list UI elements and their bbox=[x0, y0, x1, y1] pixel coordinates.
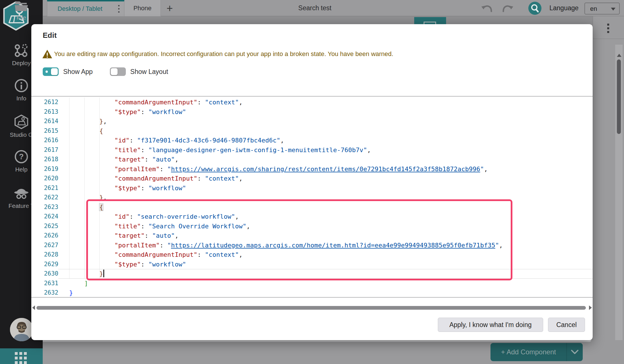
toggles-row: Show App Show Layout bbox=[43, 67, 168, 76]
cancel-button[interactable]: Cancel bbox=[548, 318, 585, 332]
avatar-photo bbox=[10, 318, 33, 341]
line-number: 2628 bbox=[31, 250, 58, 260]
add-layout-button[interactable]: + bbox=[164, 1, 175, 15]
line-number: 2618 bbox=[31, 155, 58, 164]
tab-options-kebab-icon[interactable] bbox=[118, 5, 120, 13]
line-number: 2615 bbox=[31, 126, 58, 136]
code-text[interactable]: "target": "auto", bbox=[58, 155, 593, 164]
code-text[interactable]: "title": "language-designer-gen-iwtm-con… bbox=[58, 145, 593, 155]
app-root: Desktop / Tablet Phone + Search test Lan… bbox=[0, 0, 624, 364]
chevron-down-icon bbox=[611, 8, 615, 11]
code-line[interactable]: 2626 "target": "auto", bbox=[31, 231, 593, 241]
vertical-scrollbar-thumb[interactable] bbox=[617, 59, 621, 134]
tab-desktop-tablet[interactable]: Desktop / Tablet bbox=[47, 0, 124, 16]
app-title: Search test bbox=[298, 4, 331, 12]
code-line[interactable]: 2631 ] bbox=[31, 279, 593, 288]
code-text[interactable]: }, bbox=[58, 193, 593, 202]
code-text[interactable]: { bbox=[58, 202, 593, 212]
search-icon bbox=[528, 2, 541, 15]
undo-icon[interactable] bbox=[481, 5, 492, 13]
code-text[interactable]: "$type": "workflow" bbox=[58, 260, 593, 269]
code-line[interactable]: 2616 "id": "f317e901-4dc3-43c6-9d46-9807… bbox=[31, 136, 593, 145]
code-line[interactable]: 2621 "$type": "workflow" bbox=[31, 183, 593, 193]
line-number: 2616 bbox=[31, 136, 58, 145]
show-layout-label: Show Layout bbox=[130, 68, 168, 76]
code-text[interactable]: "$type": "workflow" bbox=[58, 183, 593, 193]
code-text[interactable]: "commandArgumentInput": "context", bbox=[58, 250, 593, 260]
redo-icon[interactable] bbox=[502, 5, 514, 13]
code-text[interactable]: } bbox=[58, 288, 593, 298]
tab-phone[interactable]: Phone bbox=[124, 0, 161, 16]
code-line[interactable]: 2625 "title": "Search Override Workflow"… bbox=[31, 222, 593, 231]
app-grid-icon[interactable] bbox=[15, 352, 27, 364]
code-line[interactable]: 2632} bbox=[31, 288, 593, 298]
code-text[interactable]: }, bbox=[58, 117, 593, 126]
code-text[interactable]: "title": "Search Override Workflow", bbox=[58, 222, 593, 231]
scroll-right-arrow-icon[interactable] bbox=[589, 305, 592, 310]
code-line[interactable]: 2629 "$type": "workflow" bbox=[31, 260, 593, 269]
help-icon: ? bbox=[14, 150, 28, 164]
code-line[interactable]: 2620 "commandArgumentInput": "context", bbox=[31, 174, 593, 183]
horizontal-scrollbar[interactable] bbox=[31, 305, 593, 311]
user-avatar[interactable] bbox=[10, 318, 33, 341]
code-line[interactable]: 2623 { bbox=[31, 202, 593, 212]
line-number: 2621 bbox=[31, 183, 58, 193]
line-number: 2612 bbox=[31, 98, 58, 107]
code-text[interactable]: { bbox=[58, 126, 593, 136]
code-line[interactable]: 2617 "title": "language-designer-gen-iwt… bbox=[31, 145, 593, 155]
dialog-title: Edit bbox=[43, 31, 57, 40]
code-line[interactable]: 2630 } bbox=[31, 269, 593, 279]
code-line[interactable]: 2622 }, bbox=[31, 193, 593, 202]
code-text[interactable]: "id": "search-override-workflow", bbox=[58, 212, 593, 222]
sidebar-item-file[interactable]: File bbox=[0, 0, 43, 21]
code-line[interactable]: 2612 "commandArgumentInput": "context", bbox=[31, 98, 593, 107]
svg-text:?: ? bbox=[19, 152, 24, 161]
show-app-toggle[interactable] bbox=[43, 67, 59, 76]
code-line[interactable]: 2615 { bbox=[31, 126, 593, 136]
code-text[interactable]: } bbox=[58, 269, 593, 279]
panel-kebab-icon[interactable] bbox=[607, 24, 609, 33]
code-line[interactable]: 2628 "commandArgumentInput": "context", bbox=[31, 250, 593, 260]
show-layout-toggle[interactable] bbox=[110, 67, 126, 76]
horizontal-scrollbar-thumb[interactable] bbox=[36, 306, 586, 310]
sidebar-item-label: Help bbox=[15, 166, 27, 173]
code-line[interactable]: 2614 }, bbox=[31, 117, 593, 126]
code-line[interactable]: 2613 "$type": "workflow" bbox=[31, 107, 593, 117]
language-select[interactable]: en bbox=[584, 3, 620, 15]
right-panel-header bbox=[593, 16, 624, 39]
code-text[interactable]: ] bbox=[58, 279, 593, 288]
code-text[interactable]: "target": "auto", bbox=[58, 231, 593, 241]
language-label: Language bbox=[549, 4, 578, 12]
scroll-left-arrow-icon[interactable] bbox=[32, 305, 35, 310]
line-number: 2631 bbox=[31, 279, 58, 288]
code-text[interactable]: "portalItem": "https://www.arcgis.com/sh… bbox=[58, 164, 593, 174]
code-text[interactable]: "portalItem": "https://latitudegeo.maps.… bbox=[58, 241, 593, 250]
scroll-up-arrow-icon[interactable] bbox=[617, 54, 621, 57]
json-code-editor[interactable]: 2612 "commandArgumentInput": "context",2… bbox=[31, 96, 593, 297]
line-number: 2623 bbox=[31, 202, 58, 212]
edit-config-dialog: Edit You are editing raw app configurati… bbox=[31, 24, 593, 340]
sidebar-item-label: Info bbox=[16, 95, 26, 102]
code-line[interactable]: 2618 "target": "auto", bbox=[31, 155, 593, 164]
code-line[interactable]: 2627 "portalItem": "https://latitudegeo.… bbox=[31, 241, 593, 250]
tab-phone-label: Phone bbox=[134, 5, 152, 12]
add-component-dropdown[interactable] bbox=[567, 349, 583, 355]
code-text[interactable]: "id": "f317e901-4dc3-43c6-9d46-9807fbc4e… bbox=[58, 136, 593, 145]
code-line[interactable]: 2619 "portalItem": "https://www.arcgis.c… bbox=[31, 164, 593, 174]
add-component-button[interactable]: + Add Component bbox=[490, 343, 583, 361]
sidebar-footer bbox=[0, 348, 43, 364]
right-side-panel bbox=[593, 16, 624, 364]
line-number: 2617 bbox=[31, 145, 58, 155]
chevron-down-icon bbox=[571, 349, 579, 355]
line-number: 2620 bbox=[31, 174, 58, 183]
code-text[interactable]: "commandArgumentInput": "context", bbox=[58, 174, 593, 183]
code-text[interactable]: "commandArgumentInput": "context", bbox=[58, 98, 593, 107]
line-number: 2619 bbox=[31, 164, 58, 174]
add-component-label: + Add Component bbox=[490, 348, 566, 356]
search-button[interactable] bbox=[528, 2, 541, 15]
language-value: en bbox=[590, 5, 597, 13]
apply-button[interactable]: Apply, I know what I'm doing bbox=[438, 318, 543, 332]
line-number: 2622 bbox=[31, 193, 58, 202]
code-text[interactable]: "$type": "workflow" bbox=[58, 107, 593, 117]
code-line[interactable]: 2624 "id": "search-override-workflow", bbox=[31, 212, 593, 222]
